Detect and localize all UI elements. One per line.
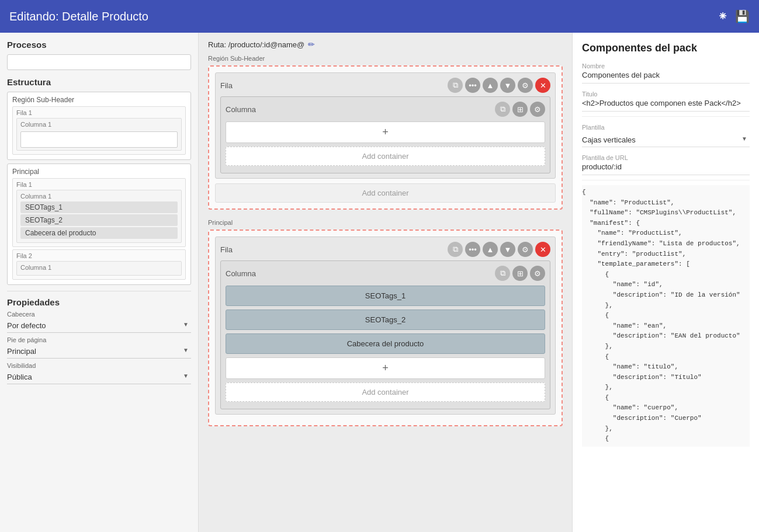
- columna-header-2: Columna ⧉ ⊞ ⚙: [226, 266, 545, 281]
- fila-dots-btn-1[interactable]: •••: [465, 78, 480, 93]
- columna-icons-2: ⧉ ⊞ ⚙: [495, 266, 545, 281]
- add-plus-btn-2[interactable]: +: [226, 357, 545, 379]
- columna1-fila2-sub: Columna 1: [16, 261, 182, 276]
- add-container-btn-1[interactable]: Add container: [226, 147, 545, 166]
- plantilla-select-wrapper: Cajas verticales: [582, 133, 750, 147]
- page-title: Editando: Detalle Producto: [9, 10, 148, 23]
- col-settings-btn-2[interactable]: ⚙: [530, 266, 545, 281]
- fila-up-btn-1[interactable]: ▲: [483, 78, 498, 93]
- seotags1-item[interactable]: SEOTags_1: [20, 201, 178, 213]
- titulo-label: Titulo: [582, 91, 750, 98]
- route-text: Ruta: /producto/:id@name@: [208, 40, 304, 49]
- nombre-value: Componentes del pack: [582, 71, 750, 84]
- procesos-title: Procesos: [7, 40, 191, 50]
- seotags1-center[interactable]: SEOTags_1: [226, 286, 545, 306]
- region-sub-header-box: Fila ⧉ ••• ▲ ▼ ⚙ ✕ Columna ⧉: [208, 65, 563, 210]
- pie-prop-label: Pie de página: [7, 336, 191, 343]
- region-principal-box: Fila ⧉ ••• ▲ ▼ ⚙ ✕ Columna ⧉: [208, 230, 563, 426]
- fila-delete-btn-1[interactable]: ✕: [535, 78, 550, 93]
- columna-box-2: Columna ⧉ ⊞ ⚙ SEOTags_1 SEOTags_2 Cabece…: [220, 260, 550, 409]
- col-settings-btn-1[interactable]: ⚙: [530, 102, 545, 117]
- columna-title-2: Columna: [226, 269, 256, 278]
- plantilla-url-value: producto/:id: [582, 162, 750, 175]
- json-content: { "name": "ProductList", "fullName": "CM…: [582, 185, 750, 447]
- plantilla-select[interactable]: Cajas verticales: [582, 133, 750, 147]
- search-wrapper: [7, 54, 191, 77]
- center-content: Ruta: /producto/:id@name@ ✏ Región Sub-H…: [199, 33, 572, 532]
- route-edit-icon[interactable]: ✏: [308, 40, 315, 49]
- fila-box-1: Fila ⧉ ••• ▲ ▼ ⚙ ✕ Columna ⧉: [215, 72, 556, 179]
- fila-box-2: Fila ⧉ ••• ▲ ▼ ⚙ ✕ Columna ⧉: [215, 237, 556, 415]
- columna-title-1: Columna: [226, 105, 256, 114]
- visibilidad-select[interactable]: Pública: [7, 370, 191, 384]
- sidebar: Procesos Estructura Región Sub-Header Fi…: [0, 33, 199, 532]
- add-container-btn-3[interactable]: Add container: [226, 383, 545, 402]
- search-input[interactable]: [7, 54, 191, 70]
- columna-box-1: Columna ⧉ ⊞ ⚙ + Add container: [220, 96, 550, 173]
- save-icon[interactable]: 💾: [735, 9, 750, 23]
- nombre-label: Nombre: [582, 62, 750, 69]
- col-copy-btn-2[interactable]: ⧉: [495, 266, 510, 281]
- fila-down-btn-1[interactable]: ▼: [500, 78, 515, 93]
- fila-delete-btn-2[interactable]: ✕: [535, 242, 550, 257]
- fila1-label: Fila 1: [16, 109, 182, 116]
- seotags2-item[interactable]: SEOTags_2: [20, 214, 178, 226]
- settings-icon[interactable]: ⁕: [718, 9, 728, 24]
- fila1-group: Fila 1 Columna 1: [12, 106, 186, 155]
- fila-title-2: Fila: [220, 245, 233, 254]
- fila2-label: Fila 2: [16, 252, 182, 259]
- columna-header-1: Columna ⧉ ⊞ ⚙: [226, 102, 545, 117]
- add-plus-btn-1[interactable]: +: [226, 121, 545, 143]
- pie-select[interactable]: Principal: [7, 345, 191, 359]
- fila-icons-2: ⧉ ••• ▲ ▼ ⚙ ✕: [448, 242, 550, 257]
- fila1-principal-label: Fila 1: [16, 181, 182, 188]
- region-sub-header-center-label: Región Sub-Header: [208, 55, 563, 62]
- col-dots-btn-1[interactable]: ⊞: [512, 102, 528, 117]
- add-container-outer-label-1: Add container: [362, 189, 408, 197]
- cabecera-item[interactable]: Cabecera del producto: [20, 227, 178, 239]
- main-layout: Procesos Estructura Región Sub-Header Fi…: [0, 33, 759, 532]
- pie-select-wrapper: Principal: [7, 345, 191, 359]
- fila-copy-btn-1[interactable]: ⧉: [448, 78, 463, 93]
- columna1-sub-group: Columna 1: [16, 118, 182, 151]
- columna1-input[interactable]: [20, 131, 178, 148]
- fila1-principal-group: Fila 1 Columna 1 SEOTags_1 SEOTags_2 Cab…: [12, 178, 186, 247]
- titulo-value: <h2>Productos que componen este Pack</h2…: [582, 99, 750, 112]
- panel-divider-2: [582, 180, 750, 180]
- estructura-title: Estructura: [7, 77, 191, 87]
- fila-dots-btn-2[interactable]: •••: [465, 242, 480, 257]
- cabecera-select[interactable]: Por defecto: [7, 319, 191, 333]
- region-sub-header-label: Región Sub-Header: [12, 96, 186, 104]
- sidebar-divider: [7, 291, 191, 291]
- fila-settings-btn-2[interactable]: ⚙: [518, 242, 533, 257]
- add-container-outer-1[interactable]: Add container: [215, 183, 556, 203]
- cabecera-select-wrapper: Por defecto: [7, 319, 191, 333]
- plantilla-url-label: Plantilla de URL: [582, 154, 750, 161]
- route-bar: Ruta: /producto/:id@name@ ✏: [208, 40, 563, 49]
- fila-icons-1: ⧉ ••• ▲ ▼ ⚙ ✕: [448, 78, 550, 93]
- col-dots-btn-2[interactable]: ⊞: [512, 266, 528, 281]
- fila-up-btn-2[interactable]: ▲: [483, 242, 498, 257]
- fila-down-btn-2[interactable]: ▼: [500, 242, 515, 257]
- panel-divider-1: [582, 116, 750, 117]
- col-copy-btn-1[interactable]: ⧉: [495, 102, 510, 117]
- visibilidad-select-wrapper: Pública: [7, 370, 191, 384]
- header-actions: ⁕ 💾: [718, 9, 750, 24]
- right-panel-title: Componentes del pack: [582, 42, 750, 54]
- seotags2-center[interactable]: SEOTags_2: [226, 310, 545, 330]
- columna-icons-1: ⧉ ⊞ ⚙: [495, 102, 545, 117]
- fila2-group: Fila 2 Columna 1: [12, 249, 186, 280]
- columna1-fila2-label: Columna 1: [20, 264, 178, 271]
- cabecera-prop-label: Cabecera: [7, 311, 191, 318]
- propiedades-title: Propiedades: [7, 297, 191, 307]
- principal-center-label: Principal: [208, 219, 563, 226]
- plantilla-label: Plantilla: [582, 124, 750, 131]
- principal-group: Principal Fila 1 Columna 1 SEOTags_1 SEO…: [7, 164, 191, 285]
- columna1-label: Columna 1: [20, 121, 178, 128]
- columna1-principal-label: Columna 1: [20, 193, 178, 200]
- fila-settings-btn-1[interactable]: ⚙: [518, 78, 533, 93]
- principal-label: Principal: [12, 168, 186, 176]
- visibilidad-prop-label: Visibilidad: [7, 362, 191, 369]
- cabecera-center[interactable]: Cabecera del producto: [226, 333, 545, 354]
- fila-copy-btn-2[interactable]: ⧉: [448, 242, 463, 257]
